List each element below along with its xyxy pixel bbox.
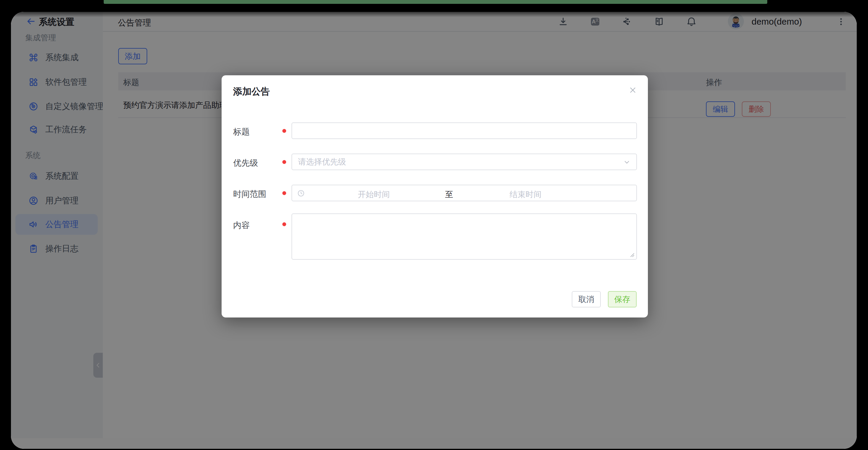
required-dot <box>282 160 286 164</box>
field-label-time-range: 时间范围 <box>233 188 266 200</box>
required-dot <box>282 222 286 226</box>
field-label-content: 内容 <box>233 220 250 231</box>
clock-icon <box>297 189 305 198</box>
title-input[interactable] <box>291 122 637 139</box>
required-dot <box>282 129 286 133</box>
desktop-wallpaper-strip <box>104 0 767 4</box>
resize-handle-icon[interactable] <box>630 252 634 257</box>
end-time-placeholder[interactable]: 结束时间 <box>509 189 541 200</box>
content-textarea[interactable] <box>291 213 637 260</box>
chevron-down-icon <box>623 158 631 166</box>
start-time-placeholder[interactable]: 开始时间 <box>358 189 390 200</box>
modal-title: 添加公告 <box>233 85 270 98</box>
field-label-priority: 优先级 <box>233 157 258 169</box>
cancel-button[interactable]: 取消 <box>572 291 601 307</box>
save-button[interactable]: 保存 <box>608 291 637 307</box>
field-label-title: 标题 <box>233 126 250 138</box>
add-announcement-modal: 添加公告 标题 优先级 请选择优先级 时间范围 开始时间 至 结束时间 内容 取… <box>222 75 648 318</box>
range-separator: 至 <box>445 189 453 200</box>
priority-placeholder: 请选择优先级 <box>298 156 346 167</box>
time-range-picker[interactable]: 开始时间 至 结束时间 <box>291 185 637 201</box>
required-dot <box>282 191 286 195</box>
close-icon[interactable] <box>627 84 639 96</box>
priority-select[interactable]: 请选择优先级 <box>291 154 637 170</box>
